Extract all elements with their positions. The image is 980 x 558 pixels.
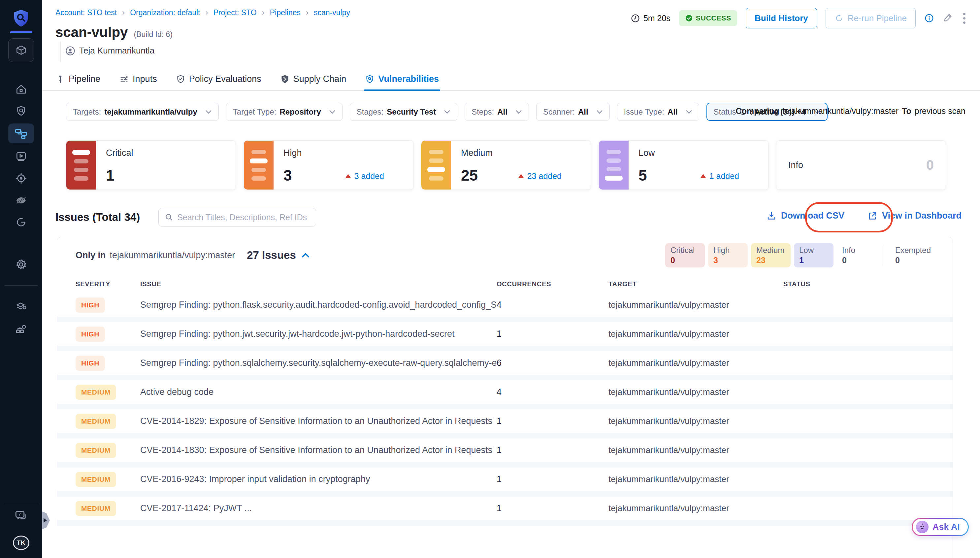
sidebar-item-targets[interactable] [0, 171, 42, 185]
tab-vulnerabilities[interactable]: Vulnerabilities [365, 68, 439, 91]
severity-card-critical[interactable]: Critical 1 [66, 140, 236, 190]
target: tejakummarikuntla/vulpy:master [609, 474, 783, 484]
rerun-pipeline-button[interactable]: Re-run Pipeline [826, 8, 916, 28]
table-row[interactable]: MEDIUM Active debug code 4 tejakummariku… [57, 380, 952, 409]
table-row[interactable]: HIGH Semgrep Finding: python.jwt.securit… [57, 322, 952, 351]
filter-targets[interactable]: Targets:tejakummarikuntla/vulpy [66, 103, 219, 121]
edit-pencil-icon[interactable] [943, 12, 953, 24]
table-row[interactable]: MEDIUM CVE-2017-11424: PyJWT ... 1 tejak… [57, 497, 952, 526]
external-link-icon [867, 211, 877, 221]
issue-title: Semgrep Finding: python.sqlalchemy.secur… [140, 358, 497, 368]
help-chat-icon[interactable]: ? [0, 509, 42, 523]
module-switcher-button[interactable] [0, 38, 42, 62]
sidebar-item-executions[interactable] [0, 149, 42, 163]
ai-mascot-icon [916, 521, 929, 533]
filter-scanner[interactable]: Scanner:All [536, 103, 610, 121]
breadcrumb-project[interactable]: Project: STO [200, 8, 256, 17]
shield-network-icon [280, 75, 290, 84]
severity-card-info[interactable]: Info 0 [776, 140, 946, 190]
tab-policy-evaluations[interactable]: Policy Evaluations [176, 68, 261, 91]
more-options-menu-icon[interactable] [962, 11, 967, 25]
download-csv-button[interactable]: Download CSV [767, 211, 844, 221]
pipeline-icon [56, 75, 65, 84]
severity-badge: MEDIUM [75, 501, 116, 516]
breadcrumb-pipelines[interactable]: Pipelines [257, 8, 301, 17]
run-actions: 5m 20s SUCCESS Build History Re-run Pipe… [631, 8, 967, 28]
sto-shield-logo-icon[interactable] [0, 8, 42, 28]
breadcrumb-account[interactable]: Account: STO test [56, 8, 117, 17]
build-id-label: (Build Id: 6) [134, 30, 173, 39]
info-count: 0 [926, 157, 934, 173]
sidebar-item-pipelines[interactable] [0, 123, 42, 143]
filter-issue-type[interactable]: Issue Type:All [617, 103, 699, 121]
sidebar-item-scan-shield[interactable] [0, 104, 42, 118]
tab-pipeline[interactable]: Pipeline [56, 68, 100, 91]
info-icon[interactable] [924, 13, 934, 23]
severity-bars-icon [66, 141, 96, 190]
filter-steps[interactable]: Steps:All [465, 103, 529, 121]
chip-info: Info0 [837, 243, 876, 268]
sidebar-item-getting-started[interactable] [0, 215, 42, 230]
author-row: Teja Kummarikuntla [65, 46, 154, 56]
issue-title: CVE-2016-9243: Improper input validation… [140, 474, 497, 484]
severity-badge: MEDIUM [75, 385, 116, 400]
low-count: 5 [638, 168, 647, 183]
target: tejakummarikuntla/vulpy:master [609, 329, 783, 339]
chevron-down-icon [329, 110, 335, 114]
ask-ai-button[interactable]: Ask AI [912, 518, 969, 536]
table-row[interactable]: MEDIUM CVE-2016-9243: Improper input val… [57, 468, 952, 497]
severity-badge: HIGH [75, 297, 105, 313]
filter-target-type[interactable]: Target Type:Repository [226, 103, 342, 121]
occurrences: 1 [497, 474, 609, 484]
inputs-icon [119, 75, 129, 84]
severity-badge: HIGH [75, 356, 105, 371]
breadcrumb-current[interactable]: scan-vulpy [301, 8, 350, 17]
severity-card-high[interactable]: High 3 3 added [244, 140, 414, 190]
sidebar-item-home[interactable] [0, 82, 42, 97]
svg-text:?: ? [18, 512, 21, 517]
build-history-button[interactable]: Build History [746, 8, 817, 28]
user-avatar[interactable]: TK [0, 535, 42, 550]
page-title: scan-vulpy [56, 25, 128, 40]
view-in-dashboard-button[interactable]: View in Dashboard [867, 211, 962, 221]
chevron-down-icon [596, 110, 603, 114]
sidebar-item-org-structure[interactable] [0, 322, 42, 336]
issue-title: Semgrep Finding: python.flask.security.a… [140, 300, 497, 310]
table-row[interactable]: HIGH Semgrep Finding: python.flask.secur… [57, 293, 952, 322]
high-added-delta: 3 added [345, 171, 384, 181]
occurrences: 1 [497, 329, 609, 339]
app-screen: ? TK Account: STO test Organization: def… [0, 0, 980, 558]
title-row: scan-vulpy (Build Id: 6) [56, 25, 173, 40]
chip-low: Low1 [794, 243, 833, 268]
issue-group-header[interactable]: Only in tejakummarikuntla/vulpy:master 2… [57, 237, 952, 273]
table-row[interactable]: MEDIUM CVE-2014-1830: Exposure of Sensit… [57, 438, 952, 468]
issues-search[interactable] [159, 208, 316, 226]
medium-added-delta: 23 added [518, 171, 561, 181]
severity-card-low[interactable]: Low 5 1 added [599, 140, 769, 190]
table-row[interactable]: MEDIUM CVE-2014-1829: Exposure of Sensit… [57, 409, 952, 438]
search-input[interactable] [177, 213, 310, 222]
sidebar-item-hidden-issues[interactable] [0, 193, 42, 208]
severity-bars-icon [244, 141, 273, 190]
chevron-up-icon[interactable] [301, 252, 310, 258]
tab-inputs[interactable]: Inputs [119, 68, 157, 91]
tab-supply-chain[interactable]: Supply Chain [280, 68, 347, 91]
success-check-icon [685, 14, 693, 22]
download-icon [767, 211, 776, 221]
severity-card-medium[interactable]: Medium 25 23 added [421, 140, 591, 190]
table-row[interactable]: HIGH Semgrep Finding: python.sqlalchemy.… [57, 351, 952, 380]
sidebar-item-default-settings[interactable] [0, 299, 42, 314]
sidebar-item-settings[interactable] [0, 257, 42, 272]
high-count: 3 [283, 168, 292, 183]
filter-stages[interactable]: Stages:Security Test [350, 103, 457, 121]
chip-medium: Medium23 [751, 243, 790, 268]
execution-tabs: Pipeline Inputs Policy Evaluations Suppl… [42, 68, 980, 91]
issues-table-body: HIGH Semgrep Finding: python.flask.secur… [57, 293, 952, 526]
breadcrumb-org[interactable]: Organization: default [117, 8, 200, 17]
filter-bar: Targets:tejakummarikuntla/vulpy Target T… [66, 103, 828, 121]
severity-badge: MEDIUM [75, 414, 116, 429]
triangle-up-icon [345, 174, 351, 178]
occurrences: 6 [497, 358, 609, 368]
issues-total-title: Issues (Total 34) [56, 211, 140, 223]
chip-critical: Critical0 [665, 243, 705, 268]
